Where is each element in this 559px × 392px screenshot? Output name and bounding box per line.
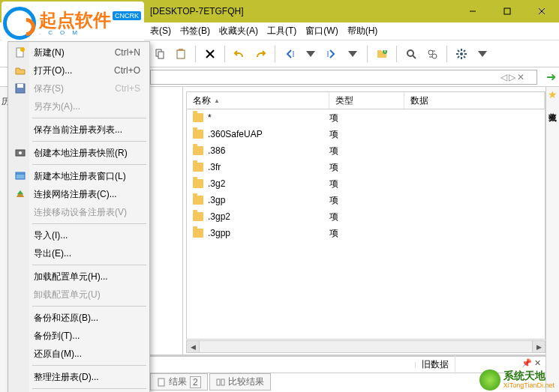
- menu-item[interactable]: 新建本地注册表窗口(L): [10, 167, 148, 185]
- menu-item-label: 创建本地注册表快照(R): [34, 147, 128, 160]
- nav-next-icon[interactable]: ▷: [509, 72, 515, 82]
- row-type: 项: [329, 211, 404, 223]
- svg-point-24: [20, 47, 25, 52]
- col-type[interactable]: 类型: [329, 92, 404, 109]
- delete-icon[interactable]: [200, 44, 220, 64]
- svg-point-18: [432, 54, 437, 58]
- dropdown-icon[interactable]: [301, 44, 320, 64]
- h-scrollbar[interactable]: ◀ ▶: [186, 340, 545, 353]
- menu-item[interactable]: 导出(E)...: [10, 244, 148, 262]
- menu-item[interactable]: 备份到(T)...: [10, 327, 148, 345]
- menu-item[interactable]: 连接网络注册表(C)...: [10, 185, 148, 203]
- dropdown-icon[interactable]: [473, 44, 492, 64]
- copy-icon[interactable]: [150, 44, 170, 64]
- menu-bookmark[interactable]: 书签(B): [180, 25, 210, 37]
- bottom-tabs: 结果 2 比较结果: [150, 373, 271, 391]
- col-data[interactable]: 数据: [404, 92, 545, 109]
- redo-icon[interactable]: [251, 44, 270, 64]
- svg-rect-20: [158, 379, 164, 386]
- favorites-bar[interactable]: ★ 收藏夹: [545, 87, 559, 392]
- undo-icon[interactable]: [230, 44, 249, 64]
- list-row[interactable]: .3fr项: [187, 159, 545, 175]
- compare-icon: [216, 378, 225, 387]
- scroll-left-icon[interactable]: ◀: [187, 341, 200, 352]
- menu-tools[interactable]: 工具(T): [267, 25, 296, 37]
- col-name[interactable]: 名称▲: [187, 92, 329, 109]
- back-icon[interactable]: [280, 44, 299, 64]
- list-row[interactable]: .386项: [187, 142, 545, 159]
- gear-globe-icon: [479, 370, 500, 391]
- go-icon[interactable]: ➜: [543, 70, 559, 84]
- folder-icon: [193, 146, 203, 155]
- dropdown-icon[interactable]: [343, 44, 362, 64]
- list-row[interactable]: .3g2项: [187, 175, 545, 192]
- address-input[interactable]: [150, 70, 537, 85]
- menu-item-shortcut: Ctrl+S: [115, 83, 148, 94]
- save-icon: [14, 82, 26, 94]
- menu-item[interactable]: 导入(I)...: [10, 226, 148, 244]
- forward-icon[interactable]: [322, 44, 341, 64]
- star-icon[interactable]: ★: [548, 88, 557, 100]
- list-row[interactable]: *项: [187, 109, 545, 126]
- folder-icon: [193, 229, 203, 238]
- tab-results[interactable]: 结果 2: [150, 373, 208, 391]
- scroll-right-icon[interactable]: ▶: [532, 341, 545, 352]
- net-icon: [14, 188, 26, 200]
- menu-item[interactable]: 创建本地注册表快照(R): [10, 144, 148, 162]
- logo-badge: CNCRK: [113, 11, 141, 20]
- menu-item: 卸载配置单元(U): [10, 286, 148, 304]
- menu-item[interactable]: 加载配置单元(H)...: [10, 268, 148, 286]
- list-row[interactable]: .3gpp项: [187, 225, 545, 241]
- row-type: 项: [329, 194, 404, 207]
- menu-item-label: 加载配置单元(H)...: [34, 271, 108, 283]
- settings-icon[interactable]: [452, 44, 471, 64]
- row-name: .386: [208, 145, 225, 156]
- menu-item-label: 新建本地注册表窗口(L): [34, 170, 126, 183]
- svg-point-28: [19, 151, 22, 154]
- list-row[interactable]: .3gp项: [187, 192, 545, 208]
- row-type: 项: [329, 128, 404, 141]
- list-body[interactable]: *项.360SafeUAP项.386项.3fr项.3g2项.3gp项.3gp2项…: [186, 109, 545, 340]
- svg-rect-6: [177, 50, 185, 58]
- row-type: 项: [329, 145, 404, 157]
- nav-prev-icon[interactable]: ◁: [500, 72, 507, 82]
- new-folder-icon[interactable]: +: [372, 44, 392, 64]
- menu-item[interactable]: 保存当前注册表列表...: [10, 121, 148, 139]
- search-icon[interactable]: [401, 44, 421, 64]
- window-icon: [14, 170, 26, 182]
- tab-compare[interactable]: 比较结果: [209, 373, 271, 391]
- menu-item-shortcut: Ctrl+O: [114, 65, 148, 76]
- nav-close-icon[interactable]: ✕: [517, 72, 524, 82]
- row-name: *: [208, 112, 212, 123]
- menu-window[interactable]: 窗口(W): [305, 25, 338, 37]
- menu-item[interactable]: 还原自(M)...: [10, 345, 148, 363]
- menu-table[interactable]: 表(S): [150, 25, 171, 37]
- col-old-data[interactable]: 旧数据: [416, 355, 455, 374]
- paste-icon[interactable]: [171, 44, 191, 64]
- pin-icon[interactable]: 📌 ✕: [521, 358, 541, 368]
- file-menu-dropdown: 新建(N)Ctrl+N打开(O)...Ctrl+O保存(S)Ctrl+S另存为(…: [8, 41, 150, 392]
- folder-icon: [193, 179, 203, 188]
- row-type: 项: [329, 112, 404, 124]
- menu-help[interactable]: 帮助(H): [347, 25, 378, 37]
- row-name: .3gp2: [208, 211, 230, 222]
- menu-item[interactable]: 新建(N)Ctrl+N: [10, 43, 148, 61]
- open-icon: [14, 64, 26, 76]
- minimize-button[interactable]: [455, 0, 490, 22]
- folder-icon: [193, 130, 203, 139]
- replace-icon[interactable]: [422, 44, 442, 64]
- menu-item[interactable]: 整理注册表(D)...: [10, 368, 148, 386]
- list-row[interactable]: .3gp2项: [187, 208, 545, 225]
- close-button[interactable]: [524, 0, 559, 22]
- menu-item[interactable]: 打开(O)...Ctrl+O: [10, 61, 148, 79]
- svg-rect-29: [16, 172, 25, 179]
- brand-text-en: XiTongTianDi.net: [503, 382, 554, 390]
- menu-item-label: 还原自(M)...: [34, 348, 82, 361]
- menu-item[interactable]: 备份和还原(B)...: [10, 309, 148, 327]
- list-row[interactable]: .360SafeUAP项: [187, 126, 545, 142]
- menu-item-label: 导出(E)...: [34, 247, 71, 260]
- maximize-button[interactable]: [490, 0, 524, 22]
- menu-favorites[interactable]: 收藏夹(A): [219, 25, 258, 37]
- snap-icon: [14, 147, 26, 159]
- menu-item-label: 保存(S): [34, 82, 64, 95]
